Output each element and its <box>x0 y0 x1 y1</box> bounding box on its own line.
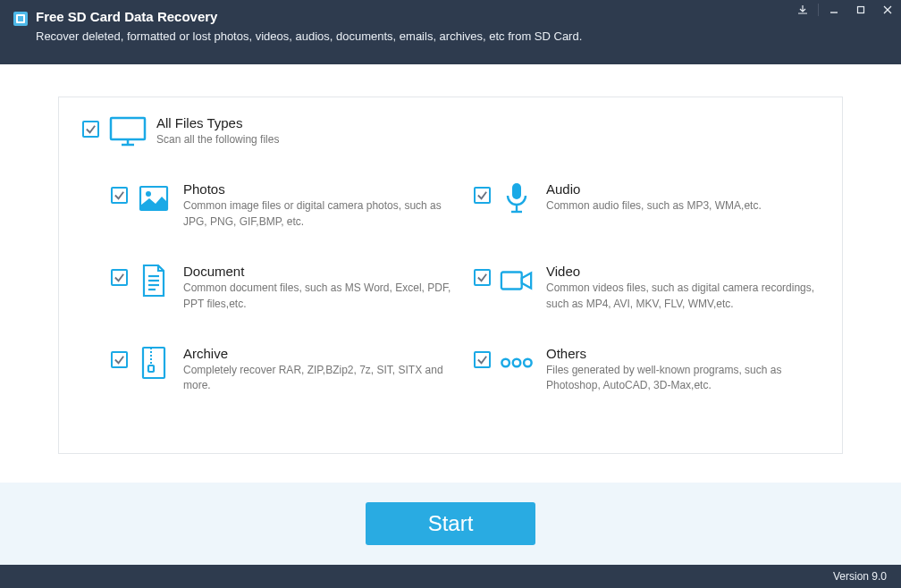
download-button[interactable] <box>789 0 816 20</box>
others-icon <box>500 346 534 380</box>
svg-rect-12 <box>512 183 521 199</box>
svg-rect-22 <box>148 365 154 372</box>
audio-item: Audio Common audio files, such as MP3, W… <box>474 181 819 230</box>
svg-rect-7 <box>111 118 145 139</box>
close-button[interactable] <box>874 0 901 20</box>
svg-rect-20 <box>143 348 164 378</box>
svg-point-11 <box>146 191 151 197</box>
document-desc: Common document files, such as MS Word, … <box>183 281 456 312</box>
file-types-panel: All Files Types Scan all the following f… <box>58 97 843 454</box>
document-title: Document <box>183 264 456 279</box>
archive-item: Archive Completely recover RAR, ZIP,BZip… <box>111 346 456 394</box>
version-label: Version 9.0 <box>833 570 887 583</box>
audio-title: Audio <box>546 181 819 197</box>
document-checkbox[interactable] <box>111 269 128 286</box>
archive-desc: Completely recover RAR, ZIP,BZip2, 7z, S… <box>183 363 456 394</box>
svg-point-25 <box>524 359 532 367</box>
monitor-icon <box>108 115 147 147</box>
app-subtitle: Recover deleted, formatted or lost photo… <box>36 29 883 43</box>
separator <box>818 4 819 16</box>
microphone-icon <box>500 181 534 215</box>
footer: Start <box>0 483 901 565</box>
video-desc: Common videos files, such as digital cam… <box>546 281 819 312</box>
others-title: Others <box>546 346 819 361</box>
start-button[interactable]: Start <box>366 502 535 545</box>
video-title: Video <box>546 264 819 279</box>
svg-rect-2 <box>18 16 23 21</box>
others-checkbox[interactable] <box>474 351 491 368</box>
titlebar: Free SD Card Data Recovery Recover delet… <box>0 0 901 64</box>
svg-rect-19 <box>501 273 522 290</box>
maximize-button[interactable] <box>847 0 874 20</box>
archive-title: Archive <box>183 346 456 361</box>
all-files-checkbox[interactable] <box>82 121 99 138</box>
all-files-row: All Files Types Scan all the following f… <box>82 115 819 147</box>
minimize-button[interactable] <box>821 0 847 20</box>
svg-point-24 <box>513 359 521 367</box>
photos-checkbox[interactable] <box>111 187 128 204</box>
archive-checkbox[interactable] <box>111 351 128 368</box>
bottom-bar: Version 9.0 <box>0 565 901 588</box>
video-item: Video Common videos files, such as digit… <box>474 264 819 312</box>
document-item: Document Common document files, such as … <box>111 264 456 312</box>
audio-desc: Common audio files, such as MP3, WMA,etc… <box>546 198 819 214</box>
audio-checkbox[interactable] <box>474 187 491 204</box>
file-types-grid: Photos Common image files or digital cam… <box>82 181 819 393</box>
svg-point-23 <box>501 359 509 367</box>
svg-rect-4 <box>858 7 864 13</box>
others-item: Others Files generated by well-known pro… <box>474 346 819 394</box>
window-controls <box>789 0 901 20</box>
app-icon <box>13 11 29 27</box>
photos-title: Photos <box>183 181 456 197</box>
video-checkbox[interactable] <box>474 269 491 286</box>
all-files-desc: Scan all the following files <box>156 132 819 147</box>
archive-icon <box>137 346 171 380</box>
app-title: Free SD Card Data Recovery <box>36 9 883 24</box>
content-area: All Files Types Scan all the following f… <box>0 64 901 483</box>
photo-icon <box>137 181 171 215</box>
video-icon <box>500 264 534 298</box>
photos-item: Photos Common image files or digital cam… <box>111 181 456 230</box>
others-desc: Files generated by well-known programs, … <box>546 363 819 394</box>
all-files-title: All Files Types <box>156 115 819 130</box>
document-icon <box>137 264 171 298</box>
photos-desc: Common image files or digital camera pho… <box>183 198 456 230</box>
